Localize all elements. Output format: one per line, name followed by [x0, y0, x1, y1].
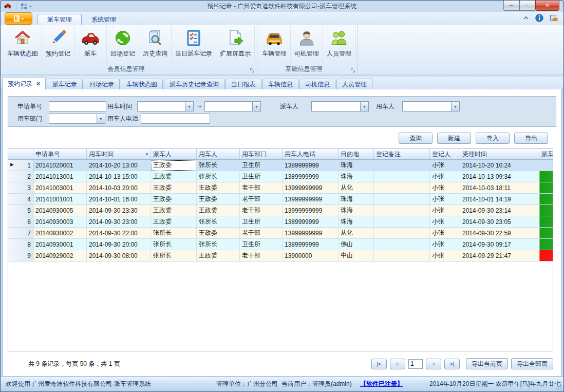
phone-input[interactable]: [141, 114, 210, 124]
row-indicator[interactable]: 4: [8, 194, 33, 205]
cell[interactable]: 老干部: [240, 205, 283, 216]
apply-no-input[interactable]: [49, 101, 106, 111]
column-header[interactable]: 派车状态: [539, 149, 554, 160]
cell[interactable]: 2014-10-13 15:00: [87, 171, 151, 182]
cell[interactable]: 2014-09-30 23:05: [460, 216, 539, 228]
chevron-down-icon[interactable]: ▼: [97, 114, 105, 124]
column-header[interactable]: 用车人电话: [283, 149, 339, 160]
cell[interactable]: 2014-10-01 16:00: [87, 194, 151, 205]
chevron-down-icon[interactable]: ▼: [185, 101, 194, 111]
cell[interactable]: 珠海: [339, 205, 374, 216]
ribbon-tab-dispatch[interactable]: 派车管理: [37, 14, 82, 25]
row-indicator[interactable]: 3: [8, 182, 33, 194]
maximize-button[interactable]: ▫: [519, 1, 535, 11]
row-indicator[interactable]: 2: [8, 171, 33, 182]
row-indicator[interactable]: 9: [8, 250, 33, 262]
layout-icon[interactable]: [21, 3, 27, 10]
chevron-down-icon[interactable]: ▼: [252, 101, 261, 111]
cell[interactable]: 2014-09-30 23:30: [87, 205, 151, 216]
license-registered-link[interactable]: 【软件已注册】: [360, 377, 403, 391]
qat-dropdown-icon[interactable]: ▾: [29, 4, 31, 9]
cell[interactable]: 小张: [430, 239, 460, 250]
cell[interactable]: 小张: [430, 216, 460, 228]
car-user-combo[interactable]: ▼: [402, 101, 460, 111]
cell[interactable]: 13900000: [283, 250, 339, 262]
cell[interactable]: 2014-09-30 23:14: [460, 205, 539, 216]
dept-combo[interactable]: ▼: [49, 114, 105, 124]
table-row[interactable]: ▶1201410200012014-10-20 13:00王政委张所长卫生所13…: [8, 160, 553, 171]
cell[interactable]: 卫生所: [240, 171, 283, 182]
resize-grip[interactable]: [556, 384, 562, 390]
row-indicator[interactable]: 7: [8, 228, 33, 239]
cell[interactable]: 老干部: [240, 194, 283, 205]
cell[interactable]: 老干部: [240, 228, 283, 239]
time-to-combo[interactable]: ▼: [204, 101, 261, 111]
cell[interactable]: 佛山: [339, 239, 374, 250]
cell[interactable]: [374, 205, 430, 216]
column-header[interactable]: 派车人: [151, 149, 197, 160]
cell[interactable]: 王政委: [197, 205, 240, 216]
cell[interactable]: 1389999999: [283, 216, 339, 228]
cell[interactable]: 王政委: [197, 182, 240, 194]
cell[interactable]: 小张: [430, 171, 460, 182]
time-to-input[interactable]: [204, 101, 252, 111]
cell[interactable]: 王政委: [151, 205, 197, 216]
row-indicator[interactable]: 6: [8, 216, 33, 228]
table-row[interactable]: 9201409290022014-09-30 08:00张所长王政委老干部139…: [8, 250, 553, 262]
cell[interactable]: 20140930003: [33, 216, 87, 228]
cell[interactable]: [374, 194, 430, 205]
time-from-input[interactable]: [137, 101, 185, 111]
next-page-button[interactable]: >: [426, 359, 441, 369]
tab-driver-info[interactable]: 司机信息: [299, 79, 335, 89]
cell[interactable]: 卫生所: [240, 239, 283, 250]
chevron-down-icon[interactable]: ▼: [360, 101, 369, 111]
minimize-button[interactable]: ─: [503, 1, 519, 11]
cell[interactable]: [374, 228, 430, 239]
tab-vehicle-info[interactable]: 车辆信息: [262, 79, 298, 89]
dispatcher-combo[interactable]: ▼: [311, 101, 369, 111]
time-from-combo[interactable]: ▼: [137, 101, 194, 111]
cell[interactable]: [374, 239, 430, 250]
tab-vehicle-status-map[interactable]: 车辆状态图: [121, 79, 163, 89]
prev-page-button[interactable]: <: [390, 359, 405, 369]
column-header[interactable]: 申请单号: [33, 149, 87, 160]
first-page-button[interactable]: |<: [371, 359, 387, 369]
cell[interactable]: 20140929002: [33, 250, 87, 262]
cell[interactable]: 张所长: [151, 239, 197, 250]
cell[interactable]: 王政委: [151, 182, 197, 194]
data-grid[interactable]: 申请单号用车时间▼派车人用车人用车部门用车人电话目的地登记备注登记人受理时间派车…: [8, 148, 553, 351]
cell[interactable]: 2014-10-03 20:00: [87, 182, 151, 194]
chevron-down-icon[interactable]: ▼: [451, 101, 460, 111]
table-row[interactable]: 2201410130012014-10-13 15:00王政委张所长卫生所138…: [8, 171, 553, 182]
cell[interactable]: 13999999999: [283, 182, 339, 194]
column-header[interactable]: 登记人: [430, 149, 460, 160]
cell[interactable]: 13999999999: [283, 194, 339, 205]
export-button[interactable]: 导出: [514, 133, 548, 144]
cell[interactable]: 1389999999: [283, 239, 339, 250]
column-header[interactable]: 用车部门: [240, 149, 283, 160]
cell[interactable]: 小张: [430, 250, 460, 262]
table-row[interactable]: 4201410010012014-10-01 16:00王政委王政委老干部139…: [8, 194, 553, 205]
cell[interactable]: 老干部: [240, 250, 283, 262]
cell[interactable]: 13999999999: [283, 205, 339, 216]
cell[interactable]: 小张: [430, 205, 460, 216]
query-button[interactable]: 查询: [399, 133, 433, 144]
cell[interactable]: 2014-09-30 22:59: [460, 228, 539, 239]
row-indicator[interactable]: 5: [8, 205, 33, 216]
return-register-button[interactable]: 回场登记: [107, 26, 139, 65]
cell[interactable]: 2014-09-29 21:47: [460, 250, 539, 262]
cell[interactable]: 王政委: [151, 160, 197, 171]
vehicle-status-map-button[interactable]: 车辆状态图: [4, 26, 42, 65]
cell[interactable]: [374, 250, 430, 262]
cell[interactable]: 王政委: [151, 171, 197, 182]
column-header[interactable]: 用车时间▼: [87, 149, 151, 160]
tab-dispatch-records[interactable]: 派车记录: [47, 79, 83, 89]
history-query-button[interactable]: 历史查询: [139, 26, 172, 65]
cell[interactable]: 张所长: [151, 228, 197, 239]
table-row[interactable]: 6201409300032014-09-30 23:00王政委张所长卫生所138…: [8, 216, 553, 228]
vehicle-management-button[interactable]: 车辆管理: [258, 26, 291, 65]
close-tab-icon[interactable]: ×: [36, 80, 40, 87]
cell[interactable]: [374, 216, 430, 228]
cell[interactable]: 卫生所: [240, 160, 283, 171]
cell[interactable]: 从化: [339, 182, 374, 194]
